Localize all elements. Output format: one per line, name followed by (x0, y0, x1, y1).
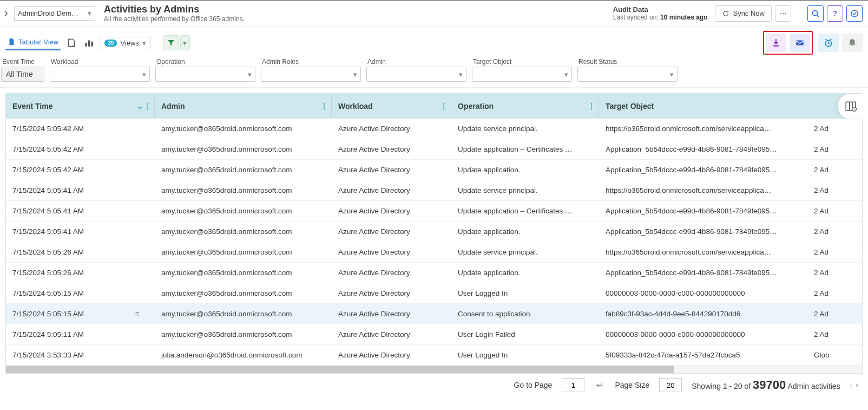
caret-down-icon: ▾ (248, 70, 252, 79)
cell-target: https://o365droid.onmicrosoft.com/servic… (599, 186, 807, 194)
cell-operation: Consent to application. (451, 310, 599, 318)
sort-desc-icon: ⌄ (137, 102, 143, 110)
col-header-target[interactable]: Target Object ⋮ (599, 94, 862, 119)
check-button[interactable] (846, 5, 863, 22)
cell-operation: Update service principal. (451, 125, 599, 133)
grid-body: 7/15/2024 5:05:42 AM≡amy.tucker@o365droi… (6, 119, 862, 366)
cell-target: Application_5b54dccc-e99d-4b86-9081-7849… (599, 166, 807, 174)
column-settings-button[interactable] (838, 94, 863, 119)
tab-tabular-view[interactable]: Tabular View (5, 36, 61, 50)
email-button[interactable] (790, 34, 810, 52)
chart-view-button[interactable] (82, 36, 95, 49)
col-header-event-time[interactable]: Event Time ⌄ ⋮ (6, 94, 155, 119)
caret-down-icon: ▾ (88, 9, 91, 17)
cell-admin: amy.tucker@o365droid.onmicrosoft.com (155, 269, 332, 277)
filter-operation[interactable]: ▾ (155, 67, 255, 82)
table-row[interactable]: 7/15/2024 5:05:41 AM≡amy.tucker@o365droi… (6, 201, 862, 222)
goto-page-input[interactable] (562, 378, 584, 392)
sync-now-button[interactable]: Sync Now (715, 5, 772, 22)
cell-operation: Update service principal. (451, 248, 599, 256)
sync-now-label: Sync Now (733, 9, 765, 17)
cell-workload: Azure Active Directory (332, 186, 451, 194)
export-template-button[interactable] (65, 36, 78, 49)
help-button[interactable]: ? (827, 5, 843, 22)
table-row[interactable]: 7/15/2024 5:05:11 AM≡amy.tucker@o365droi… (6, 324, 862, 345)
cell-admin: amy.tucker@o365droid.onmicrosoft.com (155, 186, 332, 194)
caret-down-icon: ▾ (670, 70, 674, 79)
goto-page-submit-icon[interactable]: ↩ (594, 381, 605, 389)
alarm-clock-icon (824, 38, 833, 48)
filter-target[interactable]: ▾ (472, 67, 572, 82)
search-button[interactable] (807, 5, 824, 22)
cell-operation: User Logged In (451, 351, 599, 359)
cell-target: 00000003-0000-0000-c000-000000000000 (599, 330, 807, 339)
caret-down-icon: ▾ (142, 39, 146, 47)
filter-result[interactable]: ▾ (577, 67, 678, 82)
cell-operation: User Logged In (451, 289, 599, 297)
column-menu-icon[interactable]: ⋮ (320, 102, 328, 110)
cell-workload: Azure Active Directory (332, 310, 451, 318)
cell-event-time: 7/15/2024 5:05:41 AM≡ (6, 207, 155, 215)
grid-footer: Go to Page ↩ Page Size Showing 1 - 20 of… (0, 374, 868, 398)
cell-target: Application_5b54dccc-e99d-4b86-9081-7849… (599, 145, 807, 153)
table-row[interactable]: 7/15/2024 5:05:15 AM≡amy.tucker@o365droi… (6, 304, 862, 324)
table-row[interactable]: 7/15/2024 5:05:26 AM≡amy.tucker@o365droi… (6, 263, 862, 283)
cell-role: 2 Ad (807, 125, 840, 133)
svg-rect-4 (91, 42, 93, 47)
schedule-button[interactable] (818, 34, 839, 52)
col-header-operation[interactable]: Operation ⋮ (451, 94, 599, 119)
table-row[interactable]: 7/15/2024 5:05:41 AM≡amy.tucker@o365droi… (6, 180, 862, 201)
alert-button[interactable] (842, 34, 863, 52)
filter-event-time[interactable]: All Time (1, 67, 44, 82)
cell-role: 2 Ad (807, 269, 840, 277)
table-row[interactable]: 7/15/2024 3:53:33 AM≡julia.anderson@o365… (6, 345, 862, 366)
page-title: Activities by Admins (104, 4, 245, 15)
table-row[interactable]: 7/15/2024 5:05:42 AM≡amy.tucker@o365droi… (6, 139, 862, 160)
column-menu-icon[interactable]: ⋮ (588, 102, 595, 110)
page-subtitle: All the activities performed by Office 3… (104, 15, 245, 23)
ellipsis-icon: ⋯ (780, 9, 787, 17)
horizontal-scrollbar[interactable] (6, 366, 862, 373)
views-dropdown[interactable]: 39 Views ▾ (100, 37, 151, 49)
cell-event-time: 7/15/2024 5:05:42 AM≡ (6, 166, 155, 174)
cell-admin: amy.tucker@o365droid.onmicrosoft.com (155, 289, 332, 297)
download-button[interactable] (766, 34, 786, 52)
row-menu-icon[interactable]: ≡ (135, 310, 140, 318)
cell-role: 2 Ad (807, 330, 840, 339)
table-row[interactable]: 7/15/2024 5:05:42 AM≡amy.tucker@o365droi… (6, 160, 862, 180)
filter-label-result: Result Status (577, 58, 678, 66)
help-icon: ? (833, 9, 837, 17)
cell-event-time: 7/15/2024 5:05:11 AM≡ (6, 330, 155, 339)
goto-page-label: Go to Page (514, 381, 553, 389)
cell-role: Glob (807, 351, 840, 359)
table-row[interactable]: 7/15/2024 5:05:15 AM≡amy.tucker@o365droi… (6, 283, 862, 304)
filter-workload[interactable]: ▾ (50, 67, 150, 82)
filter-dropdown[interactable]: ▾ (180, 35, 190, 50)
col-header-admin[interactable]: Admin ⋮ (155, 94, 332, 119)
column-menu-icon[interactable]: ⋮ (440, 102, 448, 110)
column-menu-icon[interactable]: ⋮ (143, 102, 151, 110)
cell-workload: Azure Active Directory (332, 145, 451, 153)
cell-admin: amy.tucker@o365droid.onmicrosoft.com (155, 207, 332, 215)
next-page-button[interactable]: › (856, 381, 858, 389)
org-selector[interactable]: AdminDroid Dem… ▾ (14, 6, 95, 21)
filter-label-event-time: Event Time (1, 58, 44, 66)
filter-button[interactable] (163, 35, 179, 50)
caret-down-icon: ▾ (353, 70, 357, 79)
filter-admin-roles[interactable]: ▾ (261, 67, 361, 82)
prev-page-button[interactable]: ‹ (850, 381, 853, 389)
filter-bar: Event Time All Time Workload ▾ Operation… (0, 57, 868, 88)
scrollbar-thumb[interactable] (6, 366, 674, 373)
table-row[interactable]: 7/15/2024 5:05:42 AM≡amy.tucker@o365droi… (6, 119, 862, 139)
table-row[interactable]: 7/15/2024 5:05:26 AM≡amy.tucker@o365droi… (6, 242, 862, 263)
showing-summary: Showing 1 - 20 of 39700 Admin activities (692, 378, 840, 392)
more-menu-button[interactable]: ⋯ (775, 5, 791, 22)
download-icon (771, 38, 781, 48)
filter-admin[interactable]: ▾ (366, 67, 466, 82)
col-header-workload[interactable]: Workload ⋮ (332, 94, 451, 119)
pagesize-input[interactable] (659, 378, 682, 392)
document-icon (8, 38, 15, 45)
breadcrumb-expand-icon[interactable] (0, 8, 12, 19)
table-row[interactable]: 7/15/2024 5:05:41 AM≡amy.tucker@o365droi… (6, 222, 862, 242)
svg-rect-5 (796, 41, 804, 45)
